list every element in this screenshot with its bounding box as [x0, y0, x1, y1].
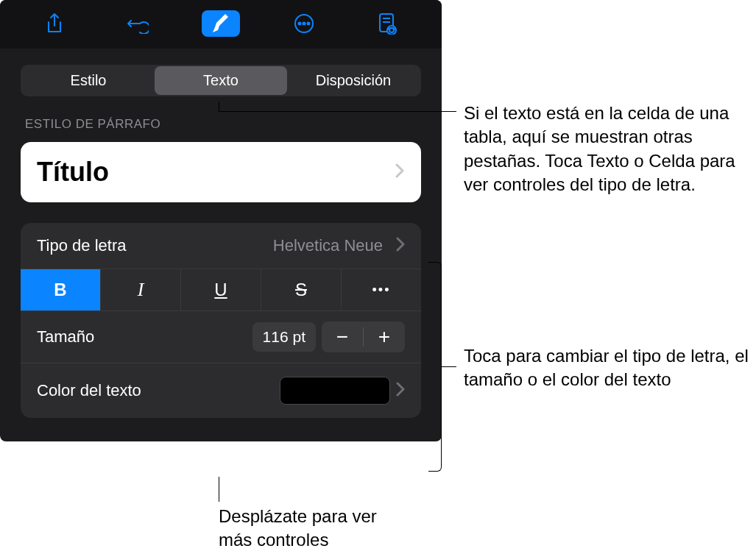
chevron-right-icon	[396, 382, 405, 399]
font-row-right: Helvetica Neue	[273, 236, 405, 255]
paragraph-style-button[interactable]: Título	[21, 142, 421, 202]
top-toolbar	[0, 0, 442, 49]
paragraph-style-label: Título	[37, 157, 109, 188]
callout-tabs: Si el texto está en la celda de una tabl…	[464, 102, 756, 197]
paragraph-style-header: Estilo de párrafo	[25, 117, 417, 132]
font-row-label: Tipo de letra	[37, 236, 126, 255]
tab-style[interactable]: Estilo	[22, 66, 155, 95]
format-panel: Estilo Texto Disposición Estilo de párra…	[0, 0, 442, 441]
strikethrough-button[interactable]: S	[261, 269, 342, 310]
svg-point-2	[303, 23, 305, 25]
tabs: Estilo Texto Disposición	[21, 65, 421, 96]
callout-line	[219, 477, 219, 502]
more-format-button[interactable]: •••	[342, 269, 421, 310]
underline-button[interactable]: U	[181, 269, 261, 310]
bold-button[interactable]: B	[21, 269, 101, 310]
font-row[interactable]: Tipo de letra Helvetica Neue	[21, 223, 421, 269]
document-view-icon[interactable]	[368, 10, 406, 37]
size-decrease-button[interactable]: −	[322, 322, 363, 352]
size-label: Tamaño	[37, 327, 94, 347]
color-swatch[interactable]	[280, 377, 390, 405]
callout-bracket	[428, 262, 442, 472]
text-color-right	[280, 377, 405, 405]
size-stepper: − +	[322, 322, 405, 352]
callout-line	[219, 111, 456, 112]
font-group: Tipo de letra Helvetica Neue B I U S •••…	[21, 223, 421, 418]
font-value: Helvetica Neue	[273, 236, 383, 255]
svg-point-1	[298, 23, 300, 25]
share-icon[interactable]	[35, 10, 74, 37]
svg-point-3	[307, 23, 309, 25]
size-row: Tamaño 116 pt − +	[21, 311, 421, 363]
format-brush-icon[interactable]	[202, 10, 240, 37]
chevron-right-icon	[395, 163, 405, 182]
tab-text[interactable]: Texto	[155, 66, 287, 95]
callout-bracket-tail	[442, 366, 456, 367]
callout-scroll: Desplázate para ver más controles	[219, 505, 410, 553]
tab-layout[interactable]: Disposición	[287, 66, 420, 95]
svg-point-7	[387, 26, 396, 35]
size-controls: 116 pt − +	[252, 322, 405, 352]
callout-font-controls: Toca para cambiar el tipo de letra, el t…	[464, 344, 756, 392]
chevron-right-icon	[396, 237, 405, 255]
size-value[interactable]: 116 pt	[252, 322, 316, 352]
size-increase-button[interactable]: +	[364, 322, 405, 352]
text-color-label: Color del texto	[37, 381, 141, 400]
format-row: B I U S •••	[21, 269, 421, 311]
text-color-row[interactable]: Color del texto	[21, 363, 421, 418]
more-icon[interactable]	[285, 10, 323, 37]
callout-line	[219, 102, 219, 111]
undo-icon[interactable]	[119, 10, 157, 37]
italic-button[interactable]: I	[101, 269, 181, 310]
